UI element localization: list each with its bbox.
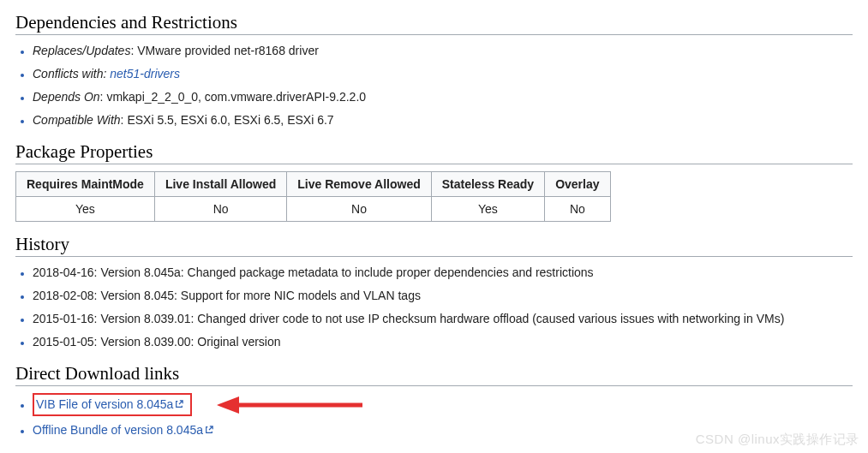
cell-maintmode: Yes bbox=[16, 197, 155, 222]
heading-package-properties: Package Properties bbox=[15, 141, 853, 164]
list-item: Compatible With: ESXi 5.5, ESXi 6.0, ESX… bbox=[33, 111, 853, 129]
dep-label: Depends On bbox=[33, 90, 100, 104]
link-vib-file[interactable]: VIB File of version 8.045a bbox=[36, 397, 183, 411]
list-item: VIB File of version 8.045a bbox=[33, 393, 853, 416]
dep-value: ESXi 5.5, ESXi 6.0, ESXi 6.5, ESXi 6.7 bbox=[127, 113, 333, 127]
list-item: 2015-01-16: Version 8.039.01: Changed dr… bbox=[33, 310, 853, 328]
list-item: 2018-02-08: Version 8.045: Support for m… bbox=[33, 287, 853, 305]
list-item: Replaces/Updates: VMware provided net-r8… bbox=[33, 42, 853, 60]
col-live-remove: Live Remove Allowed bbox=[287, 172, 431, 197]
history-list: 2018-04-16: Version 8.045a: Changed pack… bbox=[15, 264, 853, 351]
col-stateless: Stateless Ready bbox=[431, 172, 544, 197]
cell-overlay: No bbox=[545, 197, 610, 222]
link-offline-bundle[interactable]: Offline Bundle of version 8.045a bbox=[33, 423, 213, 437]
arrow-annotation bbox=[217, 394, 362, 416]
col-overlay: Overlay bbox=[545, 172, 610, 197]
table-row: Yes No No Yes No bbox=[16, 197, 611, 222]
dep-label: Replaces/Updates bbox=[33, 44, 130, 57]
heading-dependencies: Dependencies and Restrictions bbox=[15, 12, 853, 35]
dep-value: vmkapi_2_2_0_0, com.vmware.driverAPI-9.2… bbox=[106, 90, 366, 104]
package-properties-table: Requires MaintMode Live Install Allowed … bbox=[15, 171, 611, 222]
dep-label: Compatible With bbox=[33, 113, 121, 127]
external-link-icon bbox=[205, 421, 213, 439]
highlight-box: VIB File of version 8.045a bbox=[33, 393, 192, 416]
heading-history: History bbox=[15, 234, 853, 257]
list-item: 2015-01-05: Version 8.039.00: Original v… bbox=[33, 333, 853, 351]
cell-stateless: Yes bbox=[431, 197, 544, 222]
list-item: Conflicts with: net51-drivers bbox=[33, 65, 853, 83]
list-item: Depends On: vmkapi_2_2_0_0, com.vmware.d… bbox=[33, 88, 853, 106]
list-item: 2018-04-16: Version 8.045a: Changed pack… bbox=[33, 264, 853, 282]
col-maintmode: Requires MaintMode bbox=[16, 172, 155, 197]
col-live-install: Live Install Allowed bbox=[154, 172, 286, 197]
table-header-row: Requires MaintMode Live Install Allowed … bbox=[16, 172, 611, 197]
heading-direct-download: Direct Download links bbox=[15, 363, 853, 386]
cell-live-install: No bbox=[154, 197, 286, 222]
dep-value: VMware provided net-r8168 driver bbox=[137, 44, 319, 57]
cell-live-remove: No bbox=[287, 197, 431, 222]
list-item: Offline Bundle of version 8.045a bbox=[33, 421, 853, 439]
dep-label: Conflicts with: bbox=[33, 67, 106, 80]
link-net51-drivers[interactable]: net51-drivers bbox=[110, 67, 180, 80]
dependencies-list: Replaces/Updates: VMware provided net-r8… bbox=[15, 42, 853, 129]
download-list: VIB File of version 8.045a Offline Bundl… bbox=[15, 393, 853, 439]
svg-marker-1 bbox=[217, 396, 239, 414]
external-link-icon bbox=[175, 396, 183, 414]
